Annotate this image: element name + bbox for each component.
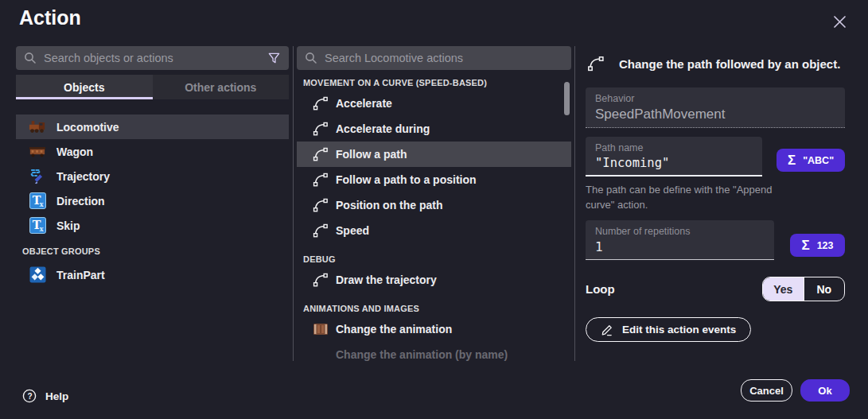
loop-no-option[interactable]: No (804, 277, 845, 301)
action-description-row: Change the path followed by an object. (586, 54, 845, 73)
repetitions-value[interactable]: 1 (595, 239, 765, 254)
loop-label: Loop (586, 282, 615, 296)
list-item-skip[interactable]: T x Skip (16, 213, 289, 238)
abc-button-label: "ABC" (803, 155, 834, 166)
sigma-icon: Σ (801, 238, 809, 254)
scrollbar-thumb[interactable] (564, 82, 570, 115)
help-link[interactable]: ? Help (22, 389, 68, 403)
list-item-locomotive[interactable]: Locomotive (16, 114, 289, 139)
num-button-label: 123 (817, 240, 834, 251)
tab-other-actions[interactable]: Other actions (153, 75, 290, 99)
path-name-row: Path name "Incoming" Σ "ABC" (586, 137, 845, 177)
behavior-value: SpeedPathMovement (595, 107, 835, 122)
path-name-value[interactable]: "Incoming" (595, 156, 753, 170)
list-item-label: Change the animation (by name) (336, 348, 508, 361)
list-item-accelerate-during[interactable]: Accelerate during (297, 116, 571, 142)
section-header: DEBUG (297, 243, 571, 267)
tab-objects[interactable]: Objects (16, 75, 153, 99)
list-item-trajectory[interactable]: Trajectory (16, 164, 289, 188)
pencil-icon (601, 323, 614, 336)
section-header: MOVEMENT ON A CURVE (SPEED-BASED) (297, 70, 571, 91)
dialog-body: Objects Other actions (16, 46, 845, 361)
object-list: Locomotive Wagon (16, 114, 289, 287)
path-helper-text: The path can be define with the "Append … (586, 182, 784, 212)
film-icon (310, 320, 331, 339)
tab-objects-label: Objects (64, 81, 104, 94)
close-icon[interactable] (830, 12, 849, 31)
action-list: MOVEMENT ON A CURVE (SPEED-BASED) Accele… (297, 70, 571, 361)
number-expression-button[interactable]: Σ 123 (790, 234, 845, 257)
wagon-icon (29, 143, 46, 161)
path-curve-icon (310, 119, 331, 138)
action-detail-panel: Change the path followed by an object. B… (574, 46, 845, 361)
object-groups-header: OBJECT GROUPS (16, 238, 289, 259)
page-title: Action (19, 6, 81, 29)
locomotive-icon (29, 118, 46, 136)
path-curve-icon (310, 196, 331, 215)
actions-search-box[interactable] (297, 46, 571, 70)
path-curve-icon (310, 270, 331, 289)
list-item-label: Accelerate during (336, 122, 430, 135)
list-item-follow-a-path-to-a-position[interactable]: Follow a path to a position (297, 167, 571, 192)
list-item-trainpart[interactable]: TrainPart (16, 262, 289, 287)
edit-events-row: Edit this action events (586, 317, 845, 342)
list-item-change-the-animation[interactable]: Change the animation (297, 316, 571, 342)
list-item-label: Locomotive (56, 121, 119, 134)
list-item-label: Trajectory (56, 170, 110, 183)
svg-text:x: x (39, 225, 44, 233)
list-item-label: Position on the path (336, 199, 443, 211)
section-header: ANIMATIONS AND IMAGES (297, 293, 571, 316)
list-item-direction[interactable]: T x Direction (16, 188, 289, 213)
path-curve-icon (310, 145, 331, 164)
trajectory-icon (29, 168, 46, 185)
objects-search-input[interactable] (44, 52, 260, 64)
objects-tabs: Objects Other actions (16, 75, 289, 99)
help-icon: ? (22, 389, 37, 403)
list-item-label: Direction (56, 195, 105, 208)
list-item-label: Wagon (56, 145, 93, 158)
list-item-follow-a-path[interactable]: Follow a path (297, 142, 571, 167)
behavior-label: Behavior (595, 93, 835, 104)
list-item-partial[interactable]: Change the animation (by name) (297, 342, 571, 361)
tab-other-actions-label: Other actions (185, 81, 256, 94)
string-expression-button[interactable]: Σ "ABC" (777, 149, 845, 172)
path-name-label: Path name (595, 142, 753, 153)
help-label: Help (45, 390, 68, 402)
filter-icon[interactable] (267, 52, 281, 65)
svg-text:x: x (39, 200, 44, 208)
objects-search-box[interactable] (16, 46, 289, 70)
path-curve-icon (310, 221, 331, 240)
edit-action-events-button[interactable]: Edit this action events (586, 317, 751, 342)
list-item-speed[interactable]: Speed (297, 218, 571, 243)
objects-panel: Objects Other actions (16, 46, 289, 361)
search-icon (305, 52, 317, 64)
ok-button[interactable]: Ok (800, 379, 850, 402)
repetitions-field[interactable]: Number of repetitions 1 (586, 220, 774, 260)
list-item-position-on-the-path[interactable]: Position on the path (297, 192, 571, 218)
film-icon (310, 345, 331, 361)
behavior-field: Behavior SpeedPathMovement (586, 87, 845, 128)
text-object-icon: T x (29, 192, 46, 210)
action-dialog: Action Objects Other actions (0, 0, 868, 419)
path-name-field[interactable]: Path name "Incoming" (586, 137, 762, 177)
svg-text:?: ? (27, 392, 32, 401)
list-item-draw-the-trajectory[interactable]: Draw the trajectory (297, 267, 571, 293)
list-item-label: Follow a path (336, 148, 407, 161)
path-curve-icon (310, 170, 331, 189)
list-item-label: Accelerate (336, 97, 392, 110)
sigma-icon: Σ (788, 153, 796, 169)
list-item-accelerate[interactable]: Accelerate (297, 91, 571, 116)
cancel-button[interactable]: Cancel (741, 379, 792, 402)
search-icon (24, 52, 37, 64)
list-item-wagon[interactable]: Wagon (16, 139, 289, 164)
list-item-label: Draw the trajectory (336, 274, 437, 286)
actions-search-input[interactable] (325, 52, 563, 64)
path-curve-icon (310, 94, 331, 113)
list-item-label: Change the animation (336, 323, 452, 336)
footer-buttons: Cancel Ok (741, 379, 850, 402)
loop-yes-option[interactable]: Yes (763, 277, 804, 301)
repetitions-row: Number of repetitions 1 Σ 123 (586, 220, 845, 260)
loop-row: Loop Yes No (586, 277, 845, 301)
action-description: Change the path followed by an object. (619, 57, 840, 71)
repetitions-label: Number of repetitions (595, 226, 765, 237)
